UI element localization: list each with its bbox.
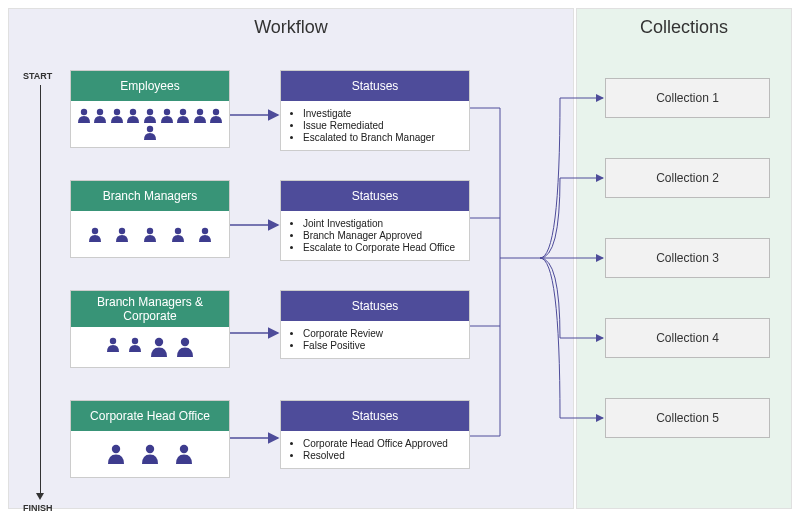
status-item: Corporate Review [303, 328, 463, 339]
status-header-4: Statuses [281, 401, 469, 431]
flow-line [40, 85, 41, 495]
status-item: Joint Investigation [303, 218, 463, 229]
person-icon [107, 337, 119, 352]
status-list-3: Corporate Review False Positive [281, 321, 469, 358]
status-list-1: Investigate Issue Remediated Escalated t… [281, 101, 469, 150]
collection-box-5: Collection 5 [605, 398, 770, 438]
status-list-4: Corporate Head Office Approved Resolved [281, 431, 469, 468]
status-item: False Positive [303, 340, 463, 351]
collection-box-4: Collection 4 [605, 318, 770, 358]
person-icon [172, 227, 184, 242]
person-icon [177, 108, 189, 123]
workflow-title: Workflow [9, 17, 573, 38]
role-header-corporate-ho: Corporate Head Office [71, 401, 229, 431]
person-icon [111, 108, 123, 123]
collection-box-1: Collection 1 [605, 78, 770, 118]
status-box-3: Statuses Corporate Review False Positive [280, 290, 470, 359]
status-item: Investigate [303, 108, 463, 119]
finish-label: FINISH [23, 503, 53, 513]
collections-title: Collections [577, 17, 791, 38]
person-icon [144, 227, 156, 242]
collection-label: Collection 2 [656, 171, 719, 185]
person-icon [144, 125, 156, 140]
role-body-branch-managers [71, 211, 229, 257]
collection-box-3: Collection 3 [605, 238, 770, 278]
flow-arrowhead-icon [36, 493, 44, 500]
role-branch-corporate: Branch Managers & Corporate [70, 290, 230, 368]
role-employees: Employees [70, 70, 230, 148]
person-icon [199, 227, 211, 242]
role-branch-managers: Branch Managers [70, 180, 230, 258]
role-corporate-ho: Corporate Head Office [70, 400, 230, 478]
person-icon [89, 227, 101, 242]
status-header-2: Statuses [281, 181, 469, 211]
person-icon [144, 108, 156, 123]
collection-label: Collection 5 [656, 411, 719, 425]
person-icon [116, 227, 128, 242]
person-icon [94, 108, 106, 123]
collection-label: Collection 3 [656, 251, 719, 265]
status-item: Escalate to Corporate Head Office [303, 242, 463, 253]
status-item: Branch Manager Approved [303, 230, 463, 241]
status-header-1: Statuses [281, 71, 469, 101]
role-body-employees [71, 101, 229, 147]
collection-box-2: Collection 2 [605, 158, 770, 198]
role-header-branch-corporate: Branch Managers & Corporate [71, 291, 229, 327]
person-icon [108, 444, 124, 464]
status-box-4: Statuses Corporate Head Office Approved … [280, 400, 470, 469]
person-icon [78, 108, 90, 123]
status-item: Issue Remediated [303, 120, 463, 131]
status-header-3: Statuses [281, 291, 469, 321]
person-icon [129, 337, 141, 352]
status-item: Escalated to Branch Manager [303, 132, 463, 143]
person-icon [161, 108, 173, 123]
role-body-corporate-ho [71, 431, 229, 477]
status-item: Corporate Head Office Approved [303, 438, 463, 449]
person-icon [194, 108, 206, 123]
person-icon [142, 444, 158, 464]
status-box-1: Statuses Investigate Issue Remediated Es… [280, 70, 470, 151]
person-icon [151, 337, 167, 357]
role-body-branch-corporate [71, 327, 229, 367]
status-box-2: Statuses Joint Investigation Branch Mana… [280, 180, 470, 261]
status-list-2: Joint Investigation Branch Manager Appro… [281, 211, 469, 260]
status-item: Resolved [303, 450, 463, 461]
person-icon [177, 337, 193, 357]
person-icon [176, 444, 192, 464]
start-label: START [23, 71, 52, 81]
collection-label: Collection 4 [656, 331, 719, 345]
collection-label: Collection 1 [656, 91, 719, 105]
role-header-employees: Employees [71, 71, 229, 101]
person-icon [210, 108, 222, 123]
role-header-branch-managers: Branch Managers [71, 181, 229, 211]
person-icon [127, 108, 139, 123]
